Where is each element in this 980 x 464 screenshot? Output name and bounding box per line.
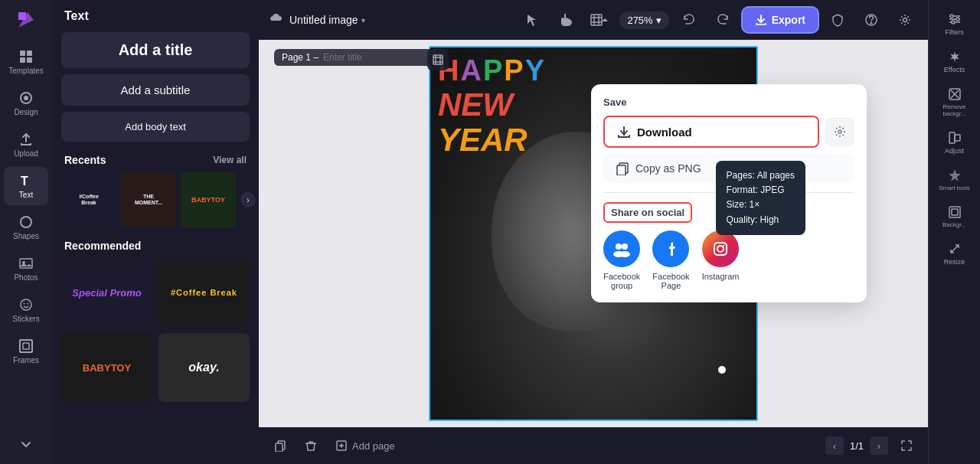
svg-rect-1 xyxy=(27,51,32,56)
recents-next-arrow[interactable]: › xyxy=(240,192,256,207)
right-sidebar: Filters Effects Remove backgr... Adjust … xyxy=(928,0,980,464)
recent-thumb-coffee[interactable]: #CoffeeBreak xyxy=(61,172,116,227)
right-tool-resize[interactable]: Resize xyxy=(932,236,978,272)
text-panel-header: Text xyxy=(52,0,259,29)
svg-rect-46 xyxy=(952,209,958,215)
add-page-button[interactable]: Add page xyxy=(329,436,401,455)
fullscreen-button[interactable] xyxy=(894,433,919,458)
canvas-frame-icon[interactable] xyxy=(427,49,449,70)
export-button[interactable]: Export xyxy=(743,8,818,32)
canvas-wrapper[interactable]: Page 1 – H A P P Y xyxy=(259,40,928,427)
undo-button[interactable] xyxy=(675,6,703,34)
right-tool-adjust[interactable]: Adjust xyxy=(932,125,978,161)
svg-point-7 xyxy=(21,217,31,227)
document-name[interactable]: Untitled image ▾ xyxy=(289,14,365,26)
recommended-coffee-break[interactable]: #Coffee Break xyxy=(158,258,250,327)
svg-point-39 xyxy=(952,21,955,24)
facebook-page-icon xyxy=(652,230,689,267)
left-sidebar: Templates Design Upload T Text Shapes Ph… xyxy=(0,0,52,464)
add-title-button[interactable]: Add a title xyxy=(61,32,250,68)
cloud-icon xyxy=(268,11,283,29)
enter-title-input[interactable] xyxy=(323,52,438,63)
help-button[interactable] xyxy=(858,6,885,34)
recommended-grid: Special Promo #Coffee Break BABYTOY okay… xyxy=(52,258,259,411)
download-tooltip: Pages: All pages Format: JPEG Size: 1× Q… xyxy=(716,161,805,235)
svg-point-36 xyxy=(956,18,959,21)
white-dot xyxy=(718,366,726,374)
recommended-special-promo[interactable]: Special Promo xyxy=(61,258,152,327)
delete-button[interactable] xyxy=(299,433,323,458)
zoom-button[interactable]: 275% ▾ xyxy=(619,11,668,29)
recents-header: Recents View all xyxy=(52,145,259,172)
add-subtitle-button[interactable]: Add a subtitle xyxy=(61,74,250,106)
svg-rect-45 xyxy=(949,207,960,217)
svg-rect-44 xyxy=(955,135,960,141)
page-navigation: ‹ 1/1 › xyxy=(825,436,888,455)
right-tool-effects[interactable]: Effects xyxy=(932,44,978,80)
svg-point-10 xyxy=(21,299,31,310)
svg-point-33 xyxy=(950,15,953,18)
svg-point-18 xyxy=(903,18,907,22)
right-tool-smart-tools[interactable]: Smart tools xyxy=(932,162,978,198)
instagram-icon xyxy=(702,230,739,267)
svg-rect-19 xyxy=(433,55,443,64)
recents-grid: #CoffeeBreak THEMOMENT... BABYTOY › xyxy=(52,172,259,237)
svg-point-12 xyxy=(28,303,29,305)
social-facebook-group[interactable]: Facebookgroup xyxy=(603,230,640,290)
recommended-babytoy[interactable]: BABYTOY xyxy=(61,333,152,402)
svg-rect-27 xyxy=(714,243,727,255)
sidebar-item-shapes[interactable]: Shapes xyxy=(4,208,48,247)
page-indicator: Page 1 – xyxy=(274,49,446,66)
sidebar-item-more[interactable] xyxy=(4,430,48,458)
text-panel: Text Add a title Add a subtitle Add body… xyxy=(52,0,259,464)
export-settings-button[interactable] xyxy=(825,117,854,146)
share-social-label[interactable]: Share on social xyxy=(603,202,692,223)
export-dropdown: Save Download Pages: All pages Format: J… xyxy=(591,84,867,302)
svg-point-5 xyxy=(24,96,28,100)
svg-rect-0 xyxy=(20,51,25,56)
right-tool-background[interactable]: Backgr... xyxy=(932,199,978,234)
svg-point-11 xyxy=(24,303,25,305)
shield-button[interactable] xyxy=(824,6,851,34)
svg-point-20 xyxy=(838,130,841,133)
sidebar-item-design[interactable]: Design xyxy=(4,84,48,123)
svg-point-23 xyxy=(616,243,622,250)
settings-button[interactable] xyxy=(891,6,919,34)
social-facebook-page[interactable]: FacebookPage xyxy=(652,230,689,290)
prev-page-button[interactable]: ‹ xyxy=(825,436,844,455)
view-all-link[interactable]: View all xyxy=(213,155,247,165)
svg-rect-31 xyxy=(276,443,283,452)
svg-point-17 xyxy=(871,22,872,24)
recommended-header: Recommended xyxy=(52,237,259,258)
select-tool-button[interactable] xyxy=(518,6,546,34)
redo-button[interactable] xyxy=(709,6,737,34)
facebook-group-icon xyxy=(603,230,640,267)
sidebar-item-upload[interactable]: Upload xyxy=(4,126,48,164)
social-instagram[interactable]: Instagram xyxy=(702,230,740,290)
svg-point-24 xyxy=(622,243,628,250)
svg-point-28 xyxy=(717,246,724,252)
sidebar-item-photos[interactable]: Photos xyxy=(4,250,48,288)
sidebar-item-templates[interactable]: Templates xyxy=(4,43,48,81)
svg-rect-8 xyxy=(20,259,32,268)
svg-rect-43 xyxy=(949,132,955,143)
right-tool-filters[interactable]: Filters xyxy=(932,6,978,42)
export-save-label: Save xyxy=(603,96,854,108)
svg-rect-14 xyxy=(23,343,29,349)
duplicate-button[interactable] xyxy=(268,433,292,458)
recent-thumb-babytoy[interactable]: BABYTOY xyxy=(181,172,236,227)
next-page-button[interactable]: › xyxy=(870,436,888,455)
download-button[interactable]: Download xyxy=(603,116,819,148)
recommended-okay[interactable]: okay. xyxy=(158,333,250,402)
hand-tool-button[interactable] xyxy=(552,6,580,34)
svg-rect-13 xyxy=(20,340,32,352)
svg-rect-2 xyxy=(20,57,25,63)
sidebar-item-frames[interactable]: Frames xyxy=(4,332,48,371)
sidebar-item-text[interactable]: T Text xyxy=(4,167,48,205)
recent-thumb-moment[interactable]: THEMOMENT... xyxy=(121,172,176,227)
sidebar-item-stickers[interactable]: Stickers xyxy=(4,291,48,329)
right-tool-remove-background[interactable]: Remove backgr... xyxy=(932,81,978,123)
frame-tool-button[interactable] xyxy=(586,6,613,34)
add-body-button[interactable]: Add body text xyxy=(61,112,250,142)
app-logo[interactable] xyxy=(12,6,40,34)
